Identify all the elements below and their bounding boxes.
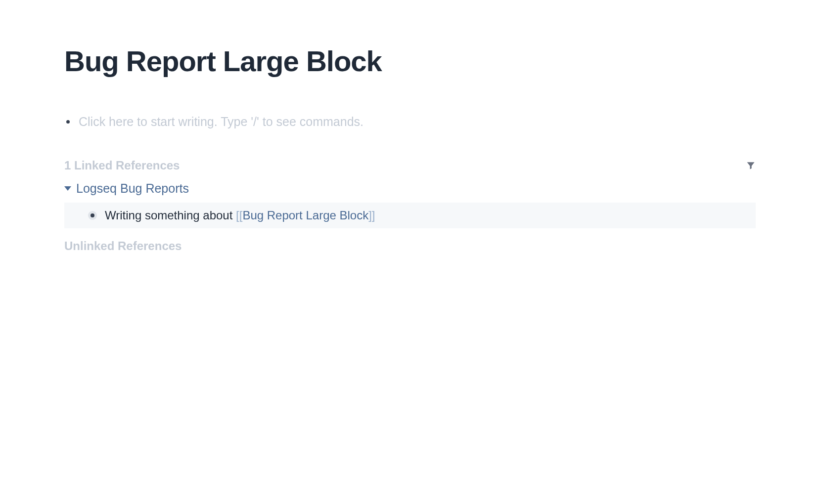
link-bracket-close: ]] (368, 209, 375, 222)
editor-block[interactable]: Click here to start writing. Type '/' to… (64, 115, 756, 129)
reference-text-before: Writing something about (105, 209, 236, 222)
reference-text: Writing something about [[Bug Report Lar… (105, 209, 375, 222)
link-bracket-open: [[ (236, 209, 242, 222)
reference-page-link[interactable]: Logseq Bug Reports (64, 181, 756, 196)
linked-references-title[interactable]: 1 Linked References (64, 159, 180, 172)
filter-icon[interactable] (746, 161, 756, 170)
bullet-icon (66, 120, 70, 124)
reference-page-name[interactable]: Logseq Bug Reports (76, 181, 189, 196)
reference-block[interactable]: Writing something about [[Bug Report Lar… (64, 203, 756, 228)
caret-down-icon[interactable] (64, 186, 71, 191)
page-title[interactable]: Bug Report Large Block (64, 44, 756, 78)
editor-placeholder: Click here to start writing. Type '/' to… (79, 115, 364, 129)
page-link[interactable]: Bug Report Large Block (242, 209, 368, 222)
unlinked-references-title[interactable]: Unlinked References (64, 239, 756, 253)
reference-bullet-icon[interactable] (88, 211, 97, 220)
linked-references-header: 1 Linked References (64, 159, 756, 172)
